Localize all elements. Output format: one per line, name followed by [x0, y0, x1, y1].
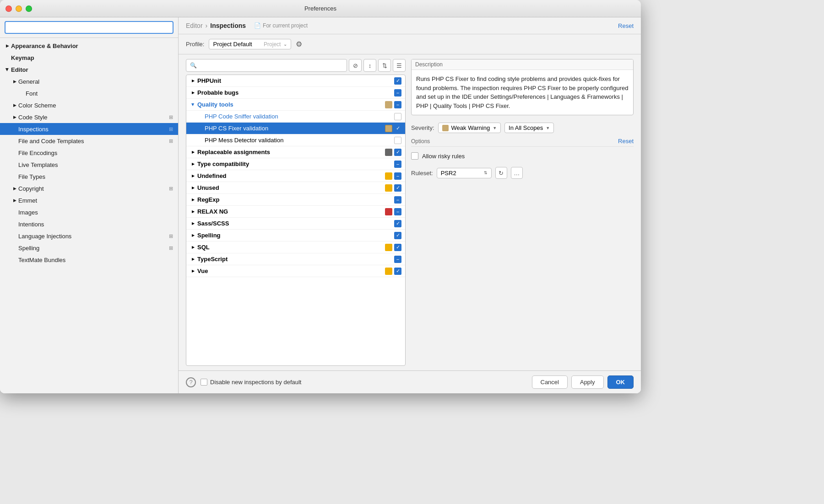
sidebar-item-keymap[interactable]: ▶ Keymap: [0, 52, 178, 64]
content-panel: Editor › Inspections 📄 For current proje…: [179, 17, 641, 393]
inspection-undefined[interactable]: ▶ Undefined −: [186, 170, 405, 182]
sidebar-item-emmet[interactable]: ▶ Emmet: [0, 194, 178, 206]
more-button[interactable]: …: [511, 167, 523, 179]
ruleset-select[interactable]: PSR2 ⇅: [437, 168, 492, 178]
help-button[interactable]: ?: [186, 377, 196, 387]
inspection-checkbox[interactable]: [394, 137, 401, 144]
inspection-label: Replaceable assignments: [196, 149, 385, 155]
inspection-checkbox[interactable]: −: [394, 208, 401, 215]
sidebar-item-code-style[interactable]: ▶ Code Style ⊞: [0, 111, 178, 123]
severity-box: [385, 125, 392, 132]
sidebar-item-font[interactable]: ▶ Font: [0, 87, 178, 99]
sidebar-search-input[interactable]: [5, 21, 173, 34]
inspection-checkbox[interactable]: ✓: [394, 244, 401, 251]
inspection-checkbox[interactable]: ✓: [394, 268, 401, 275]
inspection-sql[interactable]: ▶ SQL ✓: [186, 241, 405, 253]
inspection-search-box[interactable]: 🔍: [186, 59, 347, 72]
group-button[interactable]: ☰: [393, 59, 406, 72]
inspection-sass-scss[interactable]: ▶ Sass/SCSS ✓: [186, 218, 405, 230]
options-reset-button[interactable]: Reset: [618, 138, 634, 145]
inspection-relax-ng[interactable]: ▶ RELAX NG −: [186, 206, 405, 218]
inspection-label: Type compatibility: [196, 161, 394, 167]
inspection-checkbox[interactable]: −: [394, 89, 401, 97]
sidebar-item-label: Live Templates: [18, 161, 174, 168]
description-panel: Description Runs PHP CS Fixer to find co…: [411, 59, 634, 366]
severity-box: [385, 101, 392, 108]
scope-select[interactable]: In All Scopes ▼: [504, 123, 554, 133]
sidebar-item-copyright[interactable]: ▶ Copyright ⊞: [0, 182, 178, 194]
sidebar-item-general[interactable]: ▶ General: [0, 75, 178, 87]
expand-all-button[interactable]: ↕: [363, 59, 376, 72]
chevron-down-icon: ▼: [546, 126, 550, 130]
sidebar-item-images[interactable]: ▶ Images: [0, 206, 178, 218]
inspection-probable-bugs[interactable]: ▶ Probable bugs −: [186, 87, 405, 99]
sidebar-item-appearance[interactable]: ▶ Appearance & Behavior: [0, 40, 178, 52]
collapse-all-button[interactable]: ⇅: [378, 59, 391, 72]
severity-color-box: [442, 125, 449, 131]
severity-select[interactable]: Weak Warning ▼: [438, 123, 501, 133]
title-bar: Preferences: [0, 0, 641, 17]
inspection-regexp[interactable]: ▶ RegExp −: [186, 194, 405, 206]
maximize-button[interactable]: [26, 5, 32, 12]
inspection-vue[interactable]: ▶ Vue ✓: [186, 265, 405, 277]
profile-badge: Project: [264, 41, 281, 48]
chevron-down-icon: ⌄: [283, 42, 287, 47]
sidebar-item-live-templates[interactable]: ▶ Live Templates: [0, 159, 178, 171]
arrow-icon: ▶: [11, 78, 18, 85]
arrow-icon: ▶: [190, 185, 196, 191]
ruleset-row: Ruleset: PSR2 ⇅ ↻ …: [411, 165, 634, 181]
inspection-checkbox[interactable]: [394, 113, 401, 120]
inspection-checkbox[interactable]: −: [394, 101, 401, 108]
inspection-checkbox[interactable]: ✓: [394, 220, 401, 227]
inspection-phpunit[interactable]: ▶ PHPUnit ✓: [186, 75, 405, 87]
inspection-checkbox[interactable]: ✓: [394, 125, 401, 132]
inspection-label: PHPUnit: [196, 77, 394, 84]
inspection-checkbox[interactable]: ✓: [394, 77, 401, 85]
inspection-quality-tools[interactable]: ▶ Quality tools −: [186, 99, 405, 111]
copy-icon: ⊞: [167, 137, 174, 145]
minimize-button[interactable]: [16, 5, 22, 12]
inspection-checkbox[interactable]: −: [394, 196, 401, 204]
sidebar-item-label: Spelling: [18, 245, 165, 252]
sidebar-item-intentions[interactable]: ▶ Intentions: [0, 218, 178, 230]
inspection-php-cs-fixer[interactable]: ▶ PHP CS Fixer validation ✓: [186, 123, 405, 134]
inspection-checkbox[interactable]: ✓: [394, 184, 401, 192]
inspection-php-code-sniffer[interactable]: ▶ PHP Code Sniffer validation: [186, 111, 405, 123]
sidebar-item-label: Emmet: [18, 197, 174, 204]
inspection-replaceable-assignments[interactable]: ▶ Replaceable assignments ✓: [186, 146, 405, 158]
filter-button[interactable]: ⊘: [349, 59, 362, 72]
sidebar-item-language-injections[interactable]: ▶ Language Injections ⊞: [0, 230, 178, 242]
close-button[interactable]: [5, 5, 12, 12]
question-icon: ?: [189, 379, 192, 386]
sidebar-item-inspections[interactable]: ▶ Inspections ⊞: [0, 123, 178, 135]
gear-button[interactable]: ⚙: [296, 40, 302, 48]
sidebar-item-spelling[interactable]: ▶ Spelling ⊞: [0, 242, 178, 254]
sidebar-item-editor[interactable]: ▶ Editor: [0, 64, 178, 75]
header-reset-button[interactable]: Reset: [618, 22, 634, 29]
sidebar-item-color-scheme[interactable]: ▶ Color Scheme: [0, 99, 178, 111]
ok-button[interactable]: OK: [607, 375, 634, 389]
cancel-button[interactable]: Cancel: [532, 375, 568, 389]
inspection-checkbox[interactable]: −: [394, 161, 401, 168]
inspection-checkbox[interactable]: ✓: [394, 232, 401, 239]
inspection-typescript[interactable]: ▶ TypeScript −: [186, 253, 405, 265]
profile-select[interactable]: Project Default Project ⌄: [209, 39, 291, 49]
inspection-checkbox[interactable]: −: [394, 256, 401, 263]
inspection-unused[interactable]: ▶ Unused ✓: [186, 182, 405, 194]
inspection-php-mess-detector[interactable]: ▶ PHP Mess Detector validation: [186, 134, 405, 146]
inspection-checkbox[interactable]: ✓: [394, 149, 401, 156]
sidebar-item-textmate-bundles[interactable]: ▶ TextMate Bundles: [0, 254, 178, 266]
inspection-spelling[interactable]: ▶ Spelling ✓: [186, 230, 405, 241]
sidebar-item-file-code-templates[interactable]: ▶ File and Code Templates ⊞: [0, 135, 178, 147]
inspection-checkbox[interactable]: −: [394, 172, 401, 180]
sidebar-item-label: File Encodings: [18, 150, 174, 156]
disable-label: Disable new inspections by default: [210, 379, 301, 386]
refresh-button[interactable]: ↻: [495, 167, 507, 179]
severity-box: [385, 208, 392, 215]
apply-button[interactable]: Apply: [571, 375, 604, 389]
allow-risky-rules-checkbox[interactable]: [411, 152, 418, 160]
sidebar-item-file-types[interactable]: ▶ File Types: [0, 171, 178, 182]
inspection-type-compatibility[interactable]: ▶ Type compatibility −: [186, 158, 405, 170]
disable-checkbox[interactable]: [201, 379, 207, 386]
sidebar-item-file-encodings[interactable]: ▶ File Encodings: [0, 147, 178, 159]
